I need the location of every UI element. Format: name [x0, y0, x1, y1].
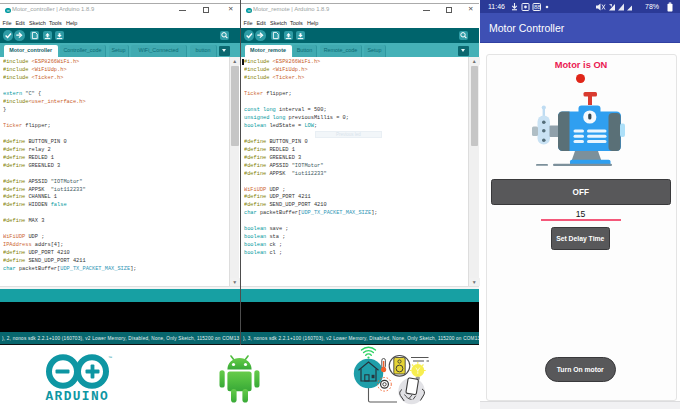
svg-text:ARDUINO: ARDUINO — [46, 389, 110, 404]
svg-text:™: ™ — [108, 355, 112, 360]
svg-text:88: 88 — [534, 4, 541, 10]
